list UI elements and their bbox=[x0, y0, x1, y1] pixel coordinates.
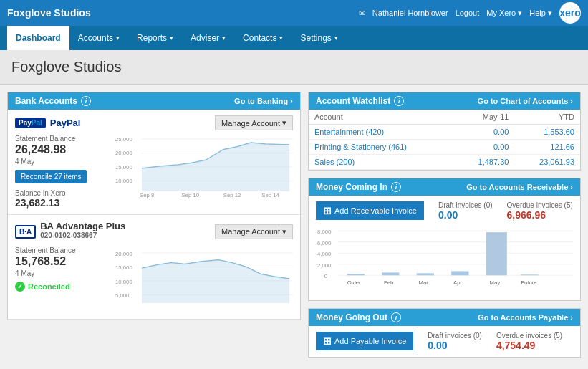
paypal-logo-icon: PayPal bbox=[15, 118, 46, 128]
svg-text:15,000: 15,000 bbox=[115, 164, 132, 171]
paypal-card-header: PayPal PayPal Manage Account ▾ bbox=[15, 115, 293, 130]
svg-text:Apr: Apr bbox=[453, 279, 462, 286]
logout-link[interactable]: Logout bbox=[456, 9, 480, 17]
svg-marker-8 bbox=[142, 143, 289, 191]
ba-date: 4 May bbox=[15, 269, 108, 277]
paypal-logo-group: PayPal PayPal bbox=[15, 118, 80, 128]
payable-overdue-group: Overdue invoices (5) 4,754.49 bbox=[496, 332, 562, 351]
paypal-account-card: PayPal PayPal Manage Account ▾ Statement… bbox=[8, 110, 300, 215]
money-going-out-info-icon[interactable]: i bbox=[391, 312, 401, 322]
svg-rect-33 bbox=[382, 272, 399, 275]
watchlist-account-name[interactable]: Printing & Stationery (461) bbox=[309, 140, 455, 155]
svg-text:Sep 12: Sep 12 bbox=[223, 192, 241, 198]
ba-account-card: B·A BA Advantage Plus 020-0102-038667 Ma… bbox=[8, 215, 300, 320]
paypal-reconcile-button[interactable]: Reconcile 27 items bbox=[15, 170, 87, 183]
ba-manage-arrow-icon: ▾ bbox=[282, 227, 286, 236]
svg-text:Mar: Mar bbox=[419, 279, 429, 286]
money-coming-in-info-icon[interactable]: i bbox=[391, 182, 401, 192]
nav-settings[interactable]: Settings ▾ bbox=[291, 26, 346, 50]
paypal-balance-label: Statement Balance bbox=[15, 135, 108, 143]
go-to-chart-link[interactable]: Go to Chart of Accounts › bbox=[478, 97, 573, 105]
watchlist-header: Account Watchlist i Go to Chart of Accou… bbox=[309, 92, 580, 110]
bank-accounts-panel: Bank Accounts i Go to Banking › PayPal P… bbox=[7, 92, 301, 320]
watchlist-row: Entertainment (420) 0.00 1,553.60 bbox=[309, 125, 580, 140]
money-coming-in-header: Money Coming In i Go to Accounts Receiva… bbox=[309, 178, 580, 196]
svg-rect-34 bbox=[417, 273, 434, 275]
money-going-out-body: ⊞ Add Payable Invoice Draft invoices (0)… bbox=[309, 326, 580, 357]
add-receivable-col: ⊞ Add Receivable Invoice bbox=[316, 201, 424, 220]
payable-overdue-label: Overdue invoices (5) bbox=[496, 332, 562, 340]
paypal-manage-button[interactable]: Manage Account ▾ bbox=[215, 115, 293, 130]
watchlist-account-name[interactable]: Sales (200) bbox=[309, 155, 455, 170]
ba-account-body: Statement Balance 15,768.52 4 May ✓ Reco… bbox=[15, 246, 293, 313]
top-bar: Foxglove Studios ✉ Nathaniel Hornblower … bbox=[0, 0, 588, 26]
svg-text:15,000: 15,000 bbox=[115, 264, 132, 271]
add-payable-col: ⊞ Add Payable Invoice bbox=[316, 332, 413, 350]
nav-contacts[interactable]: Contacts ▾ bbox=[234, 26, 291, 50]
money-going-out-stats: ⊞ Add Payable Invoice Draft invoices (0)… bbox=[316, 332, 573, 351]
receivable-draft-group: Draft invoices (0) 0.00 bbox=[438, 201, 493, 221]
ba-chart: 20,000 15,000 10,000 5,000 bbox=[115, 246, 293, 313]
ba-info: Statement Balance 15,768.52 4 May ✓ Reco… bbox=[15, 246, 108, 313]
paypal-balance-value: 26,248.98 bbox=[15, 143, 108, 156]
svg-text:2,000: 2,000 bbox=[317, 262, 331, 269]
nav-accounts[interactable]: Accounts ▾ bbox=[69, 26, 128, 50]
watchlist-row: Sales (200) 1,487.30 23,061.93 bbox=[309, 155, 580, 170]
add-receivable-invoice-button[interactable]: ⊞ Add Receivable Invoice bbox=[316, 201, 424, 220]
nav-dashboard[interactable]: Dashboard bbox=[7, 26, 69, 50]
nav-reports[interactable]: Reports ▾ bbox=[128, 26, 182, 50]
svg-text:0: 0 bbox=[324, 273, 327, 279]
company-name: Foxglove Studios bbox=[7, 7, 91, 19]
money-coming-in-panel: Money Coming In i Go to Accounts Receiva… bbox=[308, 178, 581, 301]
paypal-info: Statement Balance 26,248.98 4 May Reconc… bbox=[15, 135, 108, 209]
watchlist-ytd-value: 1,553.60 bbox=[514, 125, 580, 140]
paypal-chart-svg: 25,000 20,000 15,000 10,000 bbox=[115, 135, 293, 199]
watchlist-ytd-value: 121.66 bbox=[514, 140, 580, 155]
payable-draft-amount: 0.00 bbox=[428, 340, 482, 351]
receivable-draft-overdue: Draft invoices (0) 0.00 Overdue invoices… bbox=[438, 201, 573, 221]
watchlist-title-group: Account Watchlist i bbox=[316, 96, 404, 106]
svg-text:10,000: 10,000 bbox=[115, 279, 132, 285]
money-coming-in-chart: 8,000 6,000 4,000 2,000 0 bbox=[316, 224, 573, 294]
watchlist-title: Account Watchlist bbox=[316, 96, 390, 106]
ba-logo-group: B·A BA Advantage Plus 020-0102-038667 bbox=[15, 221, 125, 242]
user-name: Nathaniel Hornblower bbox=[372, 9, 448, 17]
watchlist-info-icon[interactable]: i bbox=[394, 96, 404, 106]
add-payable-invoice-button[interactable]: ⊞ Add Payable Invoice bbox=[316, 332, 413, 350]
go-to-payable-link[interactable]: Go to Accounts Payable › bbox=[478, 313, 573, 322]
go-to-banking-link[interactable]: Go to Banking › bbox=[234, 97, 293, 105]
add-payable-plus-icon: ⊞ bbox=[323, 335, 332, 347]
nav-adviser[interactable]: Adviser ▾ bbox=[182, 26, 234, 50]
bank-accounts-info-icon[interactable]: i bbox=[81, 96, 91, 106]
ba-card-header: B·A BA Advantage Plus 020-0102-038667 Ma… bbox=[15, 221, 293, 242]
bank-accounts-title: Bank Accounts bbox=[15, 96, 77, 106]
svg-text:10,000: 10,000 bbox=[115, 178, 132, 184]
watchlist-ytd-value: 23,061.93 bbox=[514, 155, 580, 170]
right-column: Account Watchlist i Go to Chart of Accou… bbox=[308, 92, 581, 365]
svg-text:25,000: 25,000 bbox=[115, 136, 132, 143]
main-content: Bank Accounts i Go to Banking › PayPal P… bbox=[0, 85, 588, 369]
svg-text:Feb: Feb bbox=[384, 279, 393, 286]
payable-overdue-amount: 4,754.49 bbox=[496, 340, 562, 351]
money-going-out-header: Money Going Out i Go to Accounts Payable… bbox=[309, 309, 580, 326]
help-link[interactable]: Help ▾ bbox=[529, 9, 552, 18]
my-xero-link[interactable]: My Xero ▾ bbox=[486, 9, 522, 18]
manage-arrow-icon: ▾ bbox=[282, 118, 286, 128]
money-going-out-title-group: Money Going Out i bbox=[316, 312, 401, 322]
payable-draft-label: Draft invoices (0) bbox=[428, 332, 482, 340]
watchlist-account-name[interactable]: Entertainment (420) bbox=[309, 125, 455, 140]
paypal-name: PayPal bbox=[50, 118, 81, 128]
svg-text:20,000: 20,000 bbox=[115, 251, 132, 257]
svg-rect-37 bbox=[521, 274, 538, 275]
ba-logo-icon: B·A bbox=[15, 225, 36, 239]
svg-text:8,000: 8,000 bbox=[317, 229, 331, 235]
go-to-receivable-link[interactable]: Go to Accounts Receivable › bbox=[466, 183, 573, 191]
check-circle-icon: ✓ bbox=[15, 282, 25, 292]
paypal-xero-label: Balance in Xero bbox=[15, 189, 108, 197]
watchlist-col-may: May-11 bbox=[455, 110, 514, 125]
ba-manage-button[interactable]: Manage Account ▾ bbox=[215, 224, 293, 239]
email-icon: ✉ bbox=[359, 9, 365, 18]
money-coming-in-body: ⊞ Add Receivable Invoice Draft invoices … bbox=[309, 196, 580, 300]
watchlist-col-account: Account bbox=[309, 110, 455, 125]
ba-account-id: 020-0102-038667 bbox=[40, 231, 125, 239]
